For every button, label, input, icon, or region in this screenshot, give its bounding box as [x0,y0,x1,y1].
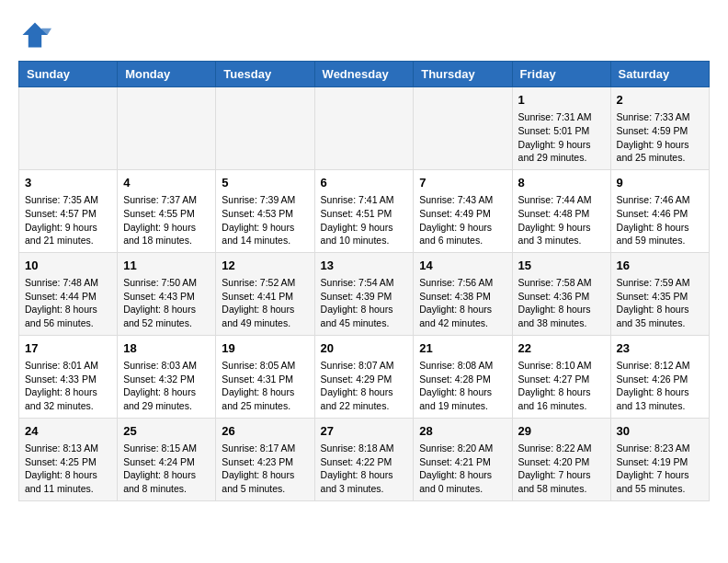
day-number: 30 [617,423,703,440]
day-number: 7 [419,175,506,191]
day-info: Daylight: 8 hours and 0 minutes. [419,468,506,495]
day-info: Sunset: 4:23 PM [222,455,308,469]
day-info: Sunrise: 7:37 AM [123,193,210,207]
calendar-cell: 20Sunrise: 8:07 AMSunset: 4:29 PMDayligh… [314,335,414,418]
calendar-cell: 8Sunrise: 7:44 AMSunset: 4:48 PMDaylight… [512,169,610,252]
day-info: Sunset: 4:19 PM [617,455,703,469]
day-info: Daylight: 8 hours and 8 minutes. [123,468,210,495]
calendar-cell: 1Sunrise: 7:31 AMSunset: 5:01 PMDaylight… [512,87,610,170]
day-info: Daylight: 8 hours and 3 minutes. [321,468,408,495]
day-number: 17 [25,340,111,357]
calendar-cell: 19Sunrise: 8:05 AMSunset: 4:31 PMDayligh… [216,335,314,418]
day-info: Sunrise: 7:54 AM [321,276,408,290]
day-info: Sunrise: 8:03 AM [123,359,210,373]
day-info: Sunrise: 8:23 AM [617,442,703,455]
day-number: 2 [617,92,703,109]
calendar-cell: 22Sunrise: 8:10 AMSunset: 4:27 PMDayligh… [512,335,610,418]
day-info: Sunrise: 7:56 AM [419,276,506,290]
day-info: Sunrise: 8:08 AM [419,359,506,373]
calendar-cell: 5Sunrise: 7:39 AMSunset: 4:53 PMDaylight… [216,169,314,252]
day-info: Daylight: 9 hours and 14 minutes. [222,221,308,247]
day-info: Daylight: 8 hours and 38 minutes. [518,303,605,329]
calendar-week-row: 24Sunrise: 8:13 AMSunset: 4:25 PMDayligh… [19,418,710,500]
calendar-cell: 25Sunrise: 8:15 AMSunset: 4:24 PMDayligh… [118,418,216,500]
day-info: Sunrise: 7:44 AM [518,193,605,207]
day-info: Sunrise: 8:22 AM [518,442,605,455]
day-info: Sunset: 4:28 PM [419,373,506,386]
calendar-cell: 27Sunrise: 8:18 AMSunset: 4:22 PMDayligh… [314,418,414,500]
calendar-cell [118,87,216,170]
day-info: Daylight: 9 hours and 25 minutes. [617,138,703,165]
calendar-week-row: 1Sunrise: 7:31 AMSunset: 5:01 PMDaylight… [19,87,710,170]
day-info: Sunset: 4:36 PM [518,290,605,304]
calendar-cell: 28Sunrise: 8:20 AMSunset: 4:21 PMDayligh… [414,418,512,500]
day-number: 16 [617,258,703,274]
day-info: Daylight: 8 hours and 35 minutes. [617,303,703,329]
day-info: Sunset: 4:53 PM [222,207,308,221]
day-info: Daylight: 8 hours and 19 minutes. [419,385,506,412]
calendar-week-row: 10Sunrise: 7:48 AMSunset: 4:44 PMDayligh… [19,252,710,335]
day-info: Sunset: 4:48 PM [518,207,605,221]
day-info: Sunset: 4:44 PM [25,290,111,304]
calendar-cell: 18Sunrise: 8:03 AMSunset: 4:32 PMDayligh… [118,335,216,418]
calendar-cell: 4Sunrise: 7:37 AMSunset: 4:55 PMDaylight… [118,169,216,252]
svg-marker-1 [41,29,51,35]
day-info: Sunset: 4:33 PM [25,373,111,386]
day-info: Sunrise: 7:43 AM [419,193,506,207]
day-info: Daylight: 9 hours and 10 minutes. [321,221,408,247]
calendar-header-friday: Friday [512,62,610,87]
day-number: 9 [617,175,703,191]
day-info: Sunrise: 7:35 AM [25,193,111,207]
day-number: 22 [518,340,605,357]
day-info: Daylight: 7 hours and 58 minutes. [518,468,605,495]
day-info: Sunrise: 8:20 AM [419,442,506,455]
calendar-cell: 14Sunrise: 7:56 AMSunset: 4:38 PMDayligh… [414,252,512,335]
calendar-cell: 10Sunrise: 7:48 AMSunset: 4:44 PMDayligh… [19,252,118,335]
day-info: Daylight: 8 hours and 22 minutes. [321,385,408,412]
day-info: Sunset: 4:39 PM [321,290,408,304]
logo-icon [18,18,51,52]
calendar-cell: 13Sunrise: 7:54 AMSunset: 4:39 PMDayligh… [314,252,414,335]
day-info: Sunset: 4:31 PM [222,373,308,386]
day-info: Daylight: 9 hours and 6 minutes. [419,221,506,247]
day-info: Daylight: 8 hours and 52 minutes. [123,303,210,329]
day-info: Sunset: 5:01 PM [518,124,605,138]
day-info: Sunset: 4:24 PM [123,455,210,469]
day-number: 24 [25,423,111,440]
calendar-cell: 9Sunrise: 7:46 AMSunset: 4:46 PMDaylight… [610,169,709,252]
page-header [18,18,710,52]
calendar-table: SundayMondayTuesdayWednesdayThursdayFrid… [18,61,710,501]
calendar-cell [19,87,118,170]
day-info: Daylight: 8 hours and 25 minutes. [222,385,308,412]
day-info: Sunset: 4:22 PM [321,455,408,469]
day-number: 3 [25,175,111,191]
calendar-cell: 21Sunrise: 8:08 AMSunset: 4:28 PMDayligh… [414,335,512,418]
logo [18,18,57,52]
day-info: Daylight: 8 hours and 16 minutes. [518,385,605,412]
day-info: Daylight: 8 hours and 42 minutes. [419,303,506,329]
day-info: Sunset: 4:26 PM [617,373,703,386]
calendar-header-wednesday: Wednesday [314,62,414,87]
day-info: Sunrise: 8:05 AM [222,359,308,373]
day-info: Sunrise: 7:46 AM [617,193,703,207]
day-info: Sunrise: 8:15 AM [123,442,210,455]
calendar-cell: 17Sunrise: 8:01 AMSunset: 4:33 PMDayligh… [19,335,118,418]
calendar-cell: 15Sunrise: 7:58 AMSunset: 4:36 PMDayligh… [512,252,610,335]
day-info: Daylight: 9 hours and 3 minutes. [518,221,605,247]
calendar-header-monday: Monday [118,62,216,87]
day-info: Daylight: 8 hours and 49 minutes. [222,303,308,329]
calendar-cell [216,87,314,170]
day-info: Sunset: 4:57 PM [25,207,111,221]
day-info: Sunset: 4:43 PM [123,290,210,304]
day-info: Sunrise: 8:01 AM [25,359,111,373]
calendar-cell [414,87,512,170]
day-number: 21 [419,340,506,357]
calendar-cell: 7Sunrise: 7:43 AMSunset: 4:49 PMDaylight… [414,169,512,252]
calendar-cell: 24Sunrise: 8:13 AMSunset: 4:25 PMDayligh… [19,418,118,500]
day-info: Sunrise: 8:12 AM [617,359,703,373]
calendar-cell: 6Sunrise: 7:41 AMSunset: 4:51 PMDaylight… [314,169,414,252]
day-info: Daylight: 8 hours and 11 minutes. [25,468,111,495]
day-number: 25 [123,423,210,440]
day-number: 4 [123,175,210,191]
day-info: Sunset: 4:38 PM [419,290,506,304]
